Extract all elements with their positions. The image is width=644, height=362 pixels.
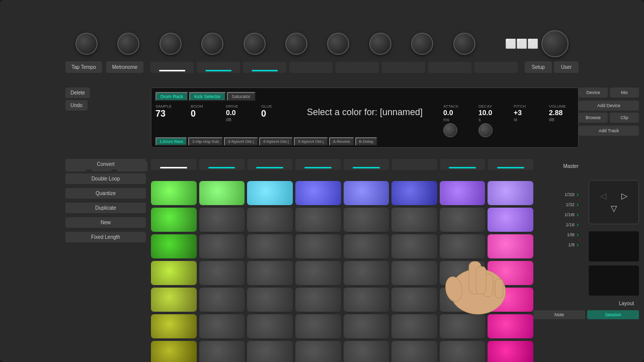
pad-r1c4[interactable] [295,181,341,205]
strip-button-7[interactable] [428,62,471,73]
track-tab-a[interactable]: A-Reverb [329,137,354,146]
track-tab-b[interactable]: B-Delay [355,137,377,146]
duplicate-button[interactable]: Duplicate [65,203,146,213]
pad-r2c5[interactable] [344,208,389,232]
nav-left-icon[interactable]: ◁ [600,191,606,201]
double-loop-button[interactable]: Double Loop [65,173,146,184]
device-button[interactable]: Device [579,87,608,98]
note-layout-button[interactable]: Note [533,310,585,319]
strip2-button-3[interactable] [248,159,293,170]
convert-button[interactable]: Convert [65,159,146,169]
q-arrow-4[interactable]: › [577,221,579,228]
pad-r1c1[interactable] [151,181,197,205]
pad-r3c8[interactable] [488,234,533,258]
knob-9[interactable] [411,33,433,55]
track-tab-1[interactable]: 1-Drum Rack [155,137,187,146]
tap-tempo-button[interactable]: Tap Tempo [65,61,102,73]
knob-3[interactable] [159,33,182,55]
pad-r3c6[interactable] [391,234,437,258]
pad-r2c3[interactable] [247,208,293,232]
pad-r7c2[interactable] [199,341,245,362]
fixed-length-button[interactable]: Fixed Length [65,232,146,242]
pad-r6c6[interactable] [391,314,437,338]
pad-r5c5[interactable] [344,288,389,312]
nav-down-icon[interactable]: ▽ [611,204,617,213]
pad-r5c7[interactable] [440,288,486,312]
knob-1[interactable] [75,33,98,55]
strip2-button-8[interactable] [488,159,533,170]
drum-rack-tab[interactable]: Drum Rack [155,92,188,101]
new-button[interactable]: New [65,217,146,228]
pad-r2c2[interactable] [199,208,245,232]
q-arrow-1[interactable]: › [577,191,579,198]
mix-button[interactable]: Mix [610,87,639,98]
pad-r4c4[interactable] [295,261,341,285]
pad-r7c3[interactable] [247,341,293,362]
knob-2[interactable] [117,33,139,55]
delete-button[interactable]: Delete [65,87,90,98]
pad-r6c4[interactable] [295,314,341,338]
pad-r6c2[interactable] [199,314,245,338]
pad-r6c8[interactable] [488,314,533,338]
pad-r6c7[interactable] [440,314,486,338]
track-tab-3[interactable]: 3-Nylon4 Old ( [224,137,258,146]
strip-button-3[interactable] [243,62,286,73]
pad-r6c5[interactable] [344,314,389,338]
strip-button-6[interactable] [382,62,425,73]
pad-r3c3[interactable] [247,234,293,258]
setup-button[interactable]: Setup [525,61,552,73]
pad-r2c4[interactable] [295,208,341,232]
q-arrow-6[interactable]: › [577,241,579,248]
pad-r6c1[interactable] [151,314,197,338]
pad-r5c6[interactable] [391,288,437,312]
undo-button[interactable]: Undo [65,100,88,111]
pad-r1c2[interactable] [199,181,245,205]
pad-r3c2[interactable] [199,234,245,258]
knob-10[interactable] [453,33,475,55]
pad-r3c4[interactable] [295,234,341,258]
pad-r1c7[interactable] [440,181,486,205]
decay-knob[interactable] [478,123,493,137]
pad-r4c2[interactable] [199,261,245,285]
pad-r5c3[interactable] [247,288,293,312]
pad-r5c8[interactable] [488,288,533,312]
track-tab-2[interactable]: 2-Hip-Hop Sub [188,137,223,146]
quantize-button[interactable]: Quantize [65,188,146,199]
clip-button[interactable]: Clip [610,113,639,123]
master-knob[interactable] [541,30,569,57]
strip-button-2[interactable] [197,62,240,73]
pad-r3c7[interactable] [440,234,486,258]
pad-r2c1[interactable] [151,208,197,232]
pad-r1c6[interactable] [391,181,437,205]
add-track-button[interactable]: Add Track [579,126,639,136]
attack-knob[interactable] [443,123,457,137]
session-layout-button[interactable]: Session [587,310,639,319]
browse-button[interactable]: Browse [579,113,608,123]
track-tab-5[interactable]: 5-Nylon4 Old ( [294,137,328,146]
pad-r3c5[interactable] [344,234,389,258]
pad-r5c2[interactable] [199,288,245,312]
pad-r4c5[interactable] [344,261,389,285]
saturator-tab[interactable]: Saturator [227,92,256,101]
pad-r7c5[interactable] [344,341,389,362]
kick-selector-tab[interactable]: Kick Selector [189,92,226,101]
pad-r4c8[interactable] [488,261,533,285]
pad-r5c1[interactable] [151,288,197,312]
pad-r7c7[interactable] [440,341,486,362]
knob-8[interactable] [369,33,391,55]
knob-6[interactable] [285,33,307,55]
q-arrow-5[interactable]: › [577,231,579,238]
strip2-button-4[interactable] [295,159,341,170]
strip-button-8[interactable] [474,62,518,73]
pad-r3c1[interactable] [151,234,197,258]
pad-r4c7[interactable] [440,261,486,285]
strip2-button-7[interactable] [440,159,486,170]
pad-r7c8[interactable] [488,341,533,362]
pad-r4c3[interactable] [247,261,293,285]
q-arrow-3[interactable]: › [577,211,579,218]
pad-r4c6[interactable] [391,261,437,285]
knob-5[interactable] [244,33,266,55]
pad-r1c3[interactable] [247,181,293,205]
add-device-button[interactable]: Add Device [579,101,639,111]
strip2-button-1[interactable] [151,159,196,170]
